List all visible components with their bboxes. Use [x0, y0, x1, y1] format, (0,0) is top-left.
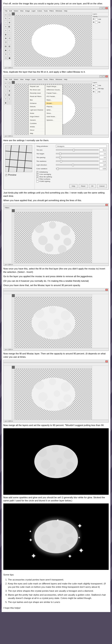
window-close-button[interactable]: × [105, 7, 108, 9]
light-direction-value[interactable]: 135 [99, 164, 107, 166]
tool-icon[interactable]: ✎ [4, 85, 8, 89]
menu-item[interactable]: Noise [29, 112, 45, 115]
menu-filters[interactable]: Filters [49, 78, 54, 80]
menu-help[interactable]: Help [64, 78, 67, 80]
menu-colors[interactable]: Colors [37, 78, 42, 80]
tile-size-slider[interactable] [56, 149, 98, 150]
tool-icon[interactable]: ◐ [4, 32, 8, 36]
tool-icon[interactable]: ⎌ [8, 97, 11, 101]
tool-icon[interactable]: ◇ [8, 48, 11, 52]
menu-item[interactable]: Enhance [29, 102, 45, 105]
tool-icon[interactable]: ⟲ [8, 36, 11, 40]
menu-layer[interactable]: Layer [32, 10, 36, 12]
tool-icon[interactable]: ✥ [8, 89, 11, 93]
tool-icon[interactable]: ⋮ [8, 40, 11, 44]
menu-item[interactable]: Artistic [29, 125, 45, 128]
menu-layer[interactable]: Layer [32, 78, 36, 80]
tool-icon[interactable]: ⬚ [8, 101, 11, 105]
menu-colors[interactable]: Colors [37, 10, 42, 12]
menu-item[interactable]: Map [29, 132, 45, 135]
canvas[interactable] [15, 369, 92, 420]
color-variation-value[interactable]: 0.00 [99, 167, 107, 170]
window-maximize-button[interactable]: □ [102, 7, 105, 9]
menu-item[interactable]: Fractal Trace... [45, 92, 62, 95]
fgbg-checkbox[interactable] [36, 180, 38, 182]
tool-icon[interactable]: ◐ [4, 101, 8, 105]
window-minimize-button[interactable]: − [100, 7, 102, 9]
menu-select[interactable]: Select [14, 78, 18, 80]
window-close-button[interactable]: × [105, 289, 108, 291]
menu-item[interactable]: Generic [29, 118, 45, 122]
tile-split-checkbox[interactable]: ✔ [36, 176, 38, 178]
eye-icon[interactable]: 👁 [93, 18, 94, 20]
window-close-button[interactable]: × [105, 75, 108, 78]
layer-row[interactable]: 👁 Fill [93, 90, 108, 94]
menu-filters[interactable]: Filters [49, 10, 54, 12]
menu-filters[interactable]: Filters [5, 206, 9, 209]
tool-icon[interactable]: ✂ [8, 85, 11, 89]
tool-icon[interactable]: ✦ [4, 52, 8, 56]
menu-item[interactable]: Re-Show Last [29, 88, 45, 92]
window-minimize-button[interactable]: − [100, 75, 102, 78]
tile-neatness-slider[interactable] [56, 160, 98, 162]
tool-icon[interactable]: ▤ [4, 44, 8, 48]
menu-item[interactable]: Light and Shadow [29, 108, 45, 112]
menu-windows[interactable]: Windows [56, 78, 62, 80]
cancel-button[interactable]: Cancel [97, 184, 107, 188]
tool-icon[interactable]: ↔ [4, 89, 8, 93]
tool-icon[interactable]: ◯ [8, 13, 11, 16]
menu-item[interactable]: Reset all Filters [29, 95, 45, 98]
window-close-button[interactable]: × [105, 360, 108, 362]
menu-item-mosaic[interactable]: Mosaic... [45, 102, 62, 105]
menu-item[interactable]: Decor [29, 128, 45, 132]
menu-item[interactable]: Blur [29, 98, 45, 102]
tool-icon[interactable]: ▭ [4, 13, 8, 16]
light-direction-slider[interactable] [56, 164, 98, 166]
menu-file[interactable]: File [5, 10, 8, 12]
canvas[interactable] [15, 297, 92, 348]
tool-icon[interactable]: ◆ [4, 48, 8, 52]
eye-icon[interactable]: 👁 [93, 84, 94, 87]
tool-icon[interactable]: ▭ [4, 82, 8, 85]
canvas[interactable] [15, 212, 92, 263]
menu-image[interactable]: Image [25, 10, 30, 12]
menu-tools[interactable]: Tools [44, 78, 48, 80]
tool-icon[interactable]: A [4, 93, 8, 97]
tile-height-value[interactable]: 4.0 [99, 152, 107, 155]
tile-height-slider[interactable] [56, 153, 98, 154]
canvas-area[interactable] [12, 12, 92, 66]
menu-item[interactable]: Depth Merge... [45, 85, 62, 88]
tool-icon[interactable]: ⌖ [4, 29, 8, 32]
menu-item[interactable]: IFS Fractal... [45, 95, 62, 98]
menu-item[interactable]: Sinus... [45, 112, 62, 115]
eye-icon[interactable]: 👁 [93, 91, 94, 93]
menu-item[interactable]: Maze... [45, 98, 62, 102]
reset-button[interactable]: Reset [79, 184, 88, 188]
tool-icon[interactable]: ⌖ [4, 97, 8, 101]
menu-edit[interactable]: Edit [9, 78, 12, 80]
canvas-area[interactable] [12, 209, 92, 263]
pitted-checkbox[interactable] [36, 178, 38, 180]
eye-icon[interactable]: 👁 [93, 21, 94, 24]
canvas-area[interactable] [12, 294, 92, 348]
tool-icon[interactable]: ✥ [8, 21, 11, 24]
menu-view[interactable]: View [20, 78, 24, 80]
tile-neatness-value[interactable]: 0.10 [99, 160, 107, 162]
eye-icon[interactable]: 👁 [93, 88, 94, 90]
tile-size-value[interactable]: 54.0 [99, 148, 107, 151]
menu-item[interactable]: Difference Clouds... [45, 88, 62, 92]
tool-icon[interactable]: ✎ [4, 17, 8, 20]
window-maximize-button[interactable]: □ [102, 75, 105, 78]
tool-icon[interactable]: ⬡ [4, 56, 8, 60]
tool-icon[interactable]: ◯ [8, 82, 11, 85]
menu-item[interactable]: Qbist... [45, 108, 62, 112]
ok-button[interactable]: OK [89, 184, 96, 188]
tool-icon[interactable]: ☰ [4, 40, 8, 44]
tiling-primitives-select[interactable]: Hexagons [56, 145, 107, 148]
menu-item[interactable]: Solid Noise... [45, 115, 62, 118]
menu-item[interactable]: Recently Used [29, 92, 45, 95]
canvas-area[interactable] [12, 366, 92, 420]
menu-item[interactable]: Distorts [29, 105, 45, 108]
layer-row[interactable]: 👁 Fill [93, 21, 108, 24]
preview-checkbox[interactable]: ✔ [5, 174, 7, 176]
